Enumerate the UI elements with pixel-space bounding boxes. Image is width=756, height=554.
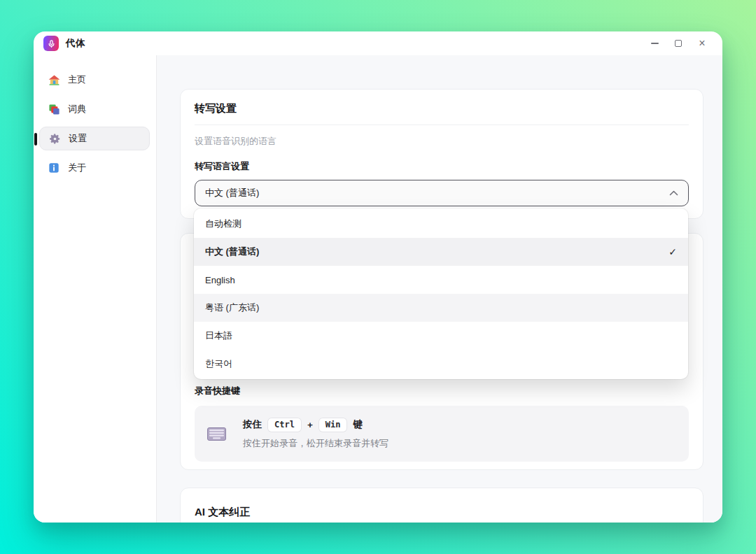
sidebar-item-label: 关于	[68, 162, 86, 174]
card-description: 设置语音识别的语言	[195, 135, 689, 148]
window-controls: ×	[648, 37, 713, 50]
app-title: 代体	[66, 37, 85, 50]
option-label: 自动检测	[205, 218, 241, 230]
chevron-up-icon	[669, 190, 678, 196]
info-icon	[48, 162, 60, 174]
option-english[interactable]: English	[194, 266, 688, 294]
minimize-button[interactable]	[648, 37, 661, 50]
keyboard-icon	[207, 427, 226, 441]
selected-indicator	[34, 133, 37, 145]
language-field-label: 转写语言设置	[195, 160, 689, 173]
sidebar: 主页 词典	[34, 55, 157, 523]
hotkey-plus: +	[307, 420, 313, 430]
hotkey-text-block: 按住 Ctrl + Win 键 按住开始录音，松开结束录音并转写	[243, 418, 388, 450]
app-logo-icon	[43, 36, 59, 51]
language-select-value: 中文 (普通话)	[205, 187, 259, 199]
microphone-icon	[47, 39, 56, 48]
card-title: 转写设置	[195, 102, 689, 125]
option-label: English	[205, 275, 235, 285]
option-auto-detect[interactable]: 自动检测	[194, 210, 688, 238]
transcription-settings-card: 转写设置 设置语音识别的语言 转写语言设置 中文 (普通话)	[180, 89, 704, 219]
option-label: 中文 (普通话)	[205, 246, 259, 258]
maximize-icon	[675, 40, 682, 47]
option-label: 한국어	[205, 357, 232, 370]
home-icon	[48, 73, 60, 86]
option-japanese[interactable]: 日本語	[194, 322, 688, 350]
sidebar-item-label: 词典	[68, 103, 86, 115]
hotkey-box: 按住 Ctrl + Win 键 按住开始录音，松开结束录音并转写	[195, 406, 689, 462]
sidebar-item-settings[interactable]: 设置	[39, 127, 150, 150]
sidebar-item-label: 主页	[68, 73, 86, 86]
maximize-button[interactable]	[672, 37, 685, 50]
hotkey-label: 录音快捷键	[195, 385, 689, 397]
ai-correction-card: AI 文本纠正	[180, 488, 704, 523]
hotkey-prefix: 按住	[243, 418, 262, 431]
gear-icon	[48, 132, 61, 145]
close-button[interactable]: ×	[696, 37, 708, 50]
titlebar: 代体 ×	[34, 31, 722, 55]
minimize-icon	[651, 43, 659, 44]
key-ctrl: Ctrl	[268, 418, 301, 432]
option-cantonese[interactable]: 粤语 (广东话)	[194, 294, 688, 322]
sidebar-item-about[interactable]: 关于	[39, 156, 150, 180]
hotkey-combo: 按住 Ctrl + Win 键	[243, 418, 388, 432]
option-label: 日本語	[205, 329, 232, 342]
check-icon: ✓	[668, 246, 677, 257]
sidebar-item-label: 设置	[69, 132, 87, 145]
key-win: Win	[319, 418, 347, 432]
sidebar-item-home[interactable]: 主页	[39, 68, 150, 92]
card-title: AI 文本纠正	[195, 506, 689, 519]
app-window: 代体 × 主页	[34, 31, 722, 523]
language-select[interactable]: 中文 (普通话)	[195, 180, 689, 206]
dictionary-icon	[48, 103, 60, 115]
option-korean[interactable]: 한국어	[194, 350, 688, 378]
sidebar-item-dictionary[interactable]: 词典	[39, 97, 150, 121]
option-label: 粤语 (广东话)	[205, 301, 259, 314]
hotkey-suffix: 键	[353, 418, 363, 431]
language-dropdown-popup: 自动检测 中文 (普通话) ✓ English 粤语 (广东话) 日本語 한국어	[194, 208, 688, 379]
hotkey-hint: 按住开始录音，松开结束录音并转写	[243, 437, 388, 450]
option-chinese-mandarin[interactable]: 中文 (普通话) ✓	[194, 238, 688, 266]
